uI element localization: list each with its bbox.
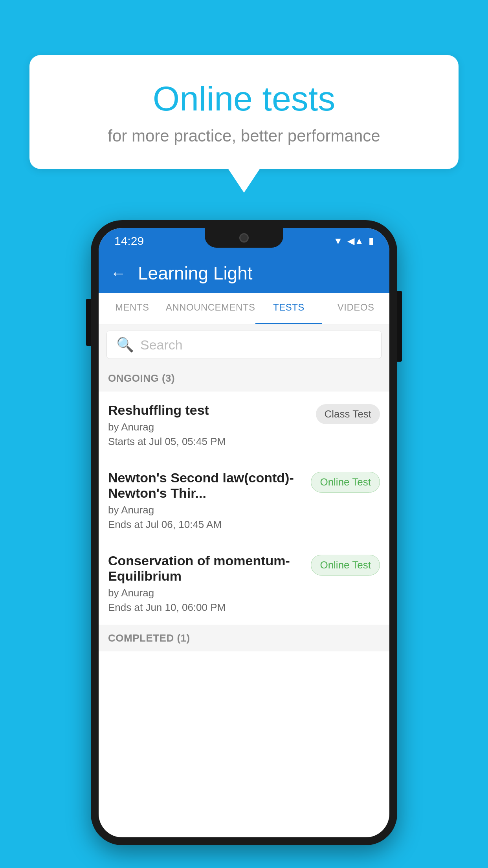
phone-notch — [205, 228, 283, 248]
phone-frame: 14:29 ▼ ◀▲ ▮ ← Learning Light MENTS ANNO… — [91, 220, 397, 845]
speech-bubble-container: Online tests for more practice, better p… — [29, 55, 459, 193]
test-item-1[interactable]: Newton's Second law(contd)-Newton's Thir… — [99, 459, 389, 542]
speech-bubble-subtitle: for more practice, better performance — [61, 127, 427, 145]
test-author-0: by Anurag — [108, 421, 308, 433]
test-author-1: by Anurag — [108, 504, 303, 516]
back-button[interactable]: ← — [110, 265, 126, 282]
test-badge-2: Online Test — [311, 555, 380, 576]
test-badge-1: Online Test — [311, 472, 380, 493]
test-time-2: Ends at Jun 10, 06:00 PM — [108, 601, 303, 614]
tab-announcements[interactable]: ANNOUNCEMENTS — [166, 293, 255, 324]
wifi-icon: ▼ — [333, 235, 343, 246]
test-info-0: Reshuffling test by Anurag Starts at Jul… — [108, 403, 316, 448]
speech-bubble: Online tests for more practice, better p… — [29, 55, 459, 169]
search-bar[interactable]: 🔍 Search — [106, 331, 382, 359]
test-info-2: Conservation of momentum-Equilibrium by … — [108, 553, 311, 614]
test-item-2[interactable]: Conservation of momentum-Equilibrium by … — [99, 542, 389, 625]
tabs-bar: MENTS ANNOUNCEMENTS TESTS VIDEOS — [99, 293, 389, 324]
test-name-1: Newton's Second law(contd)-Newton's Thir… — [108, 470, 303, 501]
status-icons: ▼ ◀▲ ▮ — [333, 235, 374, 246]
test-name-0: Reshuffling test — [108, 403, 308, 418]
tab-videos[interactable]: VIDEOS — [322, 293, 389, 324]
test-list: Reshuffling test by Anurag Starts at Jul… — [99, 392, 389, 625]
signal-icon: ◀▲ — [347, 235, 364, 246]
completed-section-header: COMPLETED (1) — [99, 625, 389, 651]
ongoing-section-title: ONGOING (3) — [108, 372, 175, 384]
app-bar: ← Learning Light — [99, 254, 389, 293]
completed-section-title: COMPLETED (1) — [108, 632, 190, 644]
battery-icon: ▮ — [369, 235, 374, 246]
status-time: 14:29 — [114, 234, 144, 248]
test-time-1: Ends at Jul 06, 10:45 AM — [108, 519, 303, 531]
test-author-2: by Anurag — [108, 587, 303, 599]
tab-ments[interactable]: MENTS — [99, 293, 166, 324]
search-icon: 🔍 — [116, 337, 134, 353]
search-container: 🔍 Search — [99, 324, 389, 365]
test-name-2: Conservation of momentum-Equilibrium — [108, 553, 303, 584]
test-time-0: Starts at Jul 05, 05:45 PM — [108, 436, 308, 448]
tab-tests[interactable]: TESTS — [255, 293, 323, 324]
speech-bubble-arrow — [228, 169, 260, 193]
test-info-1: Newton's Second law(contd)-Newton's Thir… — [108, 470, 311, 531]
search-placeholder: Search — [140, 337, 183, 353]
phone-wrapper: 14:29 ▼ ◀▲ ▮ ← Learning Light MENTS ANNO… — [91, 220, 397, 845]
phone-screen: 14:29 ▼ ◀▲ ▮ ← Learning Light MENTS ANNO… — [99, 228, 389, 837]
test-item-0[interactable]: Reshuffling test by Anurag Starts at Jul… — [99, 392, 389, 459]
app-bar-title: Learning Light — [138, 263, 253, 284]
speech-bubble-title: Online tests — [61, 79, 427, 119]
phone-camera — [239, 233, 249, 243]
ongoing-section-header: ONGOING (3) — [99, 365, 389, 392]
test-badge-0: Class Test — [316, 404, 380, 424]
